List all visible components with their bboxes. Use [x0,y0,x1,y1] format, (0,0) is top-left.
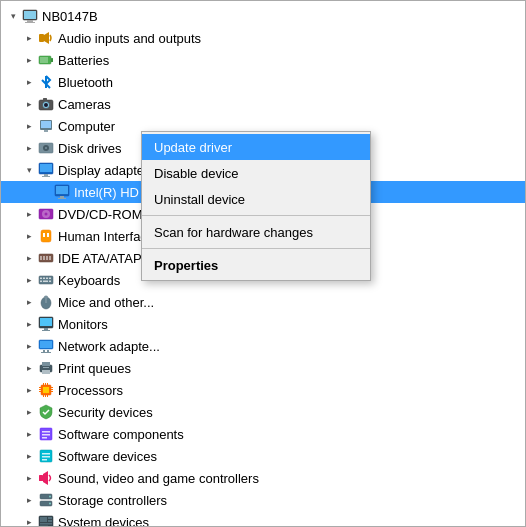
tree-item-audio[interactable]: Audio inputs and outputs [1,27,525,49]
expand-btn-humaninterface[interactable] [21,228,37,244]
svg-rect-36 [46,256,48,260]
tree-item-printqueues[interactable]: Print queues [1,357,525,379]
tree-item-securitydevices[interactable]: Security devices [1,401,525,423]
tree-item-networkadap[interactable]: Network adapte... [1,335,525,357]
computer-icon [21,7,39,25]
context-menu-item-update[interactable]: Update driver [142,134,370,160]
context-menu-separator [142,248,370,249]
svg-rect-7 [51,58,53,62]
svg-rect-78 [42,434,50,436]
svg-rect-4 [39,34,44,42]
tree-item-root[interactable]: NB0147B [1,5,525,27]
tree-item-sound[interactable]: Sound, video and game controllers [1,467,525,489]
sound-icon [37,469,55,487]
context-menu-item-disable[interactable]: Disable device [142,160,370,186]
tree-item-bluetooth[interactable]: Bluetooth [1,71,525,93]
svg-rect-40 [43,278,45,280]
expand-btn-bluetooth[interactable] [21,74,37,90]
expand-btn-monitors[interactable] [21,316,37,332]
software-icon [37,425,55,443]
printer-icon [37,359,55,377]
svg-rect-70 [43,383,44,385]
expand-btn-printqueues[interactable] [21,360,37,376]
dvd-icon [37,205,55,223]
tree-item-systemdevices[interactable]: System devices [1,511,525,527]
svg-rect-91 [40,517,47,522]
network-icon [37,337,55,355]
tree-item-mice[interactable]: Mice and other... [1,291,525,313]
tree-item-monitors[interactable]: Monitors [1,313,525,335]
tree-item-softwaredevices[interactable]: Software devices [1,445,525,467]
svg-rect-34 [40,256,42,260]
svg-rect-20 [40,164,52,172]
svg-rect-32 [47,233,49,237]
tree-item-cameras[interactable]: Cameras [1,93,525,115]
tree-item-batteries[interactable]: Batteries [1,49,525,71]
svg-rect-35 [43,256,45,260]
tree-item-label-securitydevices: Security devices [58,405,153,420]
svg-marker-85 [43,471,48,485]
svg-rect-92 [48,517,52,519]
expand-btn-mice[interactable] [21,294,37,310]
svg-rect-22 [42,176,50,177]
expand-btn-diskdrives[interactable] [21,140,37,156]
svg-rect-41 [46,278,48,280]
tree-item-label-cameras: Cameras [58,97,111,112]
svg-rect-61 [43,367,49,368]
computer2-icon [37,117,55,135]
tree-item-softwarecomponents[interactable]: Software components [1,423,525,445]
monitor2-icon [37,315,55,333]
svg-rect-30 [41,230,51,242]
context-menu-item-scan[interactable]: Scan for hardware changes [142,219,370,245]
monitor-icon [53,183,71,201]
svg-rect-84 [39,475,43,481]
expand-btn-sound[interactable] [21,470,37,486]
expand-btn-ideata[interactable] [21,250,37,266]
svg-rect-66 [39,391,41,392]
expand-btn-storagecontrollers[interactable] [21,492,37,508]
svg-rect-67 [51,387,53,388]
tree-item-storagecontrollers[interactable]: Storage controllers [1,489,525,511]
audio-icon [37,29,55,47]
tree-item-label-networkadap: Network adapte... [58,339,160,354]
tree-item-label-sound: Sound, video and game controllers [58,471,259,486]
svg-rect-73 [43,395,44,397]
expand-btn-securitydevices[interactable] [21,404,37,420]
expand-btn-keyboards[interactable] [21,272,37,288]
keyboard-icon [37,271,55,289]
context-menu: Update driverDisable deviceUninstall dev… [141,131,371,281]
expand-btn-audio[interactable] [21,30,37,46]
context-menu-item-properties[interactable]: Properties [142,252,370,278]
system-icon [37,513,55,527]
svg-point-18 [45,147,47,149]
expand-btn-dvdrom[interactable] [21,206,37,222]
expand-btn-systemdevices[interactable] [21,514,37,527]
expand-btn-softwarecomponents[interactable] [21,426,37,442]
tree-item-processors[interactable]: Processors [1,379,525,401]
svg-rect-1 [24,11,36,19]
context-menu-item-uninstall[interactable]: Uninstall device [142,186,370,212]
expand-btn-computer[interactable] [21,118,37,134]
svg-rect-82 [42,456,50,458]
expand-btn-processors[interactable] [21,382,37,398]
tree-item-label-batteries: Batteries [58,53,109,68]
expand-btn-softwaredevices[interactable] [21,448,37,464]
svg-rect-12 [43,98,47,101]
expand-btn-cameras[interactable] [21,96,37,112]
svg-rect-81 [42,453,50,455]
expand-btn-batteries[interactable] [21,52,37,68]
tree-item-label-storagecontrollers: Storage controllers [58,493,167,508]
svg-rect-65 [39,389,41,390]
tree-item-label-softwarecomponents: Software components [58,427,184,442]
svg-rect-51 [44,328,48,330]
tree-item-label-audio: Audio inputs and outputs [58,31,201,46]
tree-item-label-keyboards: Keyboards [58,273,120,288]
camera-icon [37,95,55,113]
expand-btn-displayadapters[interactable] [21,162,37,178]
expand-btn-networkadap[interactable] [21,338,37,354]
svg-rect-31 [43,233,45,237]
tree-item-label-root: NB0147B [42,9,98,24]
expand-btn-root[interactable] [5,8,21,24]
processor-icon [37,381,55,399]
svg-point-11 [44,103,48,107]
